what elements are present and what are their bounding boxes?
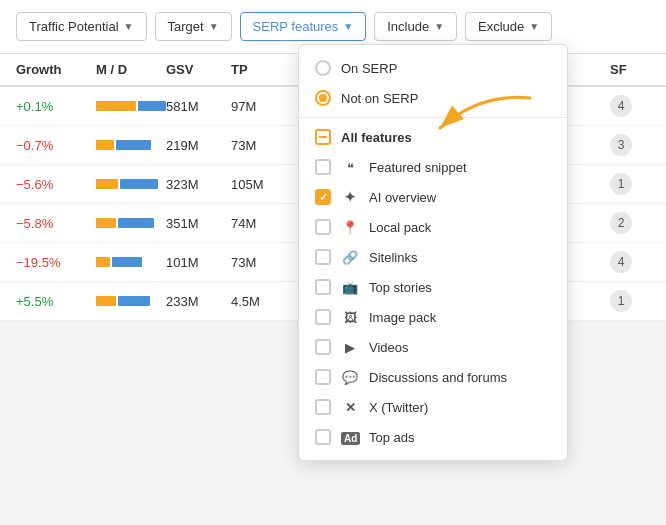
cell-tp: 4.5M (231, 294, 286, 309)
icon-videos: ▶ (341, 340, 359, 355)
on-serp-radio[interactable] (315, 60, 331, 76)
cell-gsv: 233M (166, 294, 231, 309)
checkmark: ✓ (319, 191, 328, 204)
icon-x-twitter: ✕ (341, 400, 359, 415)
not-on-serp-radio[interactable] (315, 90, 331, 106)
label-sitelinks: Sitelinks (369, 250, 417, 265)
col-header-gsv: GSV (166, 62, 231, 77)
feature-top-stories[interactable]: 📺 Top stories (299, 272, 567, 302)
not-on-serp-label: Not on SERP (341, 91, 418, 106)
cell-sf: 1 (610, 290, 650, 312)
icon-sitelinks: 🔗 (341, 250, 359, 265)
cell-tp: 73M (231, 138, 286, 153)
label-featured-snippet: Featured snippet (369, 160, 467, 175)
chevron-down-icon: ▼ (343, 21, 353, 32)
cell-tp: 73M (231, 255, 286, 270)
icon-top-stories: 📺 (341, 280, 359, 295)
exclude-button[interactable]: Exclude ▼ (465, 12, 552, 41)
col-header-md: M / D (96, 62, 166, 77)
cell-md (96, 296, 166, 306)
checkbox-x-twitter[interactable] (315, 399, 331, 415)
sf-badge: 4 (610, 95, 632, 117)
serp-features-label: SERP features (253, 19, 339, 34)
feature-sitelinks[interactable]: 🔗 Sitelinks (299, 242, 567, 272)
label-top-ads: Top ads (369, 430, 415, 445)
cell-growth: −0.7% (16, 138, 96, 153)
sf-badge: 4 (610, 251, 632, 273)
cell-sf: 3 (610, 134, 650, 156)
label-videos: Videos (369, 340, 409, 355)
cell-md (96, 101, 166, 111)
bar-blue (118, 296, 150, 306)
feature-discussions[interactable]: 💬 Discussions and forums (299, 362, 567, 392)
checkbox-ai-overview[interactable]: ✓ (315, 189, 331, 205)
label-local-pack: Local pack (369, 220, 431, 235)
traffic-potential-button[interactable]: Traffic Potential ▼ (16, 12, 147, 41)
feature-top-ads[interactable]: Ad Top ads (299, 422, 567, 452)
sf-badge: 2 (610, 212, 632, 234)
label-discussions: Discussions and forums (369, 370, 507, 385)
col-header-tp: TP (231, 62, 286, 77)
bar-yellow (96, 218, 116, 228)
icon-discussions: 💬 (341, 370, 359, 385)
on-serp-label: On SERP (341, 61, 397, 76)
icon-ai-overview: ✦ (341, 189, 359, 205)
cell-gsv: 101M (166, 255, 231, 270)
target-button[interactable]: Target ▼ (155, 12, 232, 41)
feature-ai-overview[interactable]: ✓ ✦ AI overview (299, 182, 567, 212)
bar-yellow (96, 140, 114, 150)
cell-growth: +5.5% (16, 294, 96, 309)
feature-x-twitter[interactable]: ✕ X (Twitter) (299, 392, 567, 422)
label-image-pack: Image pack (369, 310, 436, 325)
feature-featured-snippet[interactable]: ❝ Featured snippet (299, 152, 567, 182)
cell-md (96, 140, 166, 150)
on-serp-option[interactable]: On SERP (299, 53, 567, 83)
include-button[interactable]: Include ▼ (374, 12, 457, 41)
checkbox-image-pack[interactable] (315, 309, 331, 325)
chevron-down-icon: ▼ (434, 21, 444, 32)
icon-top-ads: Ad (341, 430, 359, 445)
sf-badge: 1 (610, 173, 632, 195)
checkbox-top-stories[interactable] (315, 279, 331, 295)
cell-gsv: 219M (166, 138, 231, 153)
chevron-down-icon: ▼ (209, 21, 219, 32)
checkbox-discussions[interactable] (315, 369, 331, 385)
feature-list: ❝ Featured snippet ✓ ✦ AI overview 📍 Loc… (299, 152, 567, 452)
all-features-label: All features (341, 130, 412, 145)
cell-tp: 74M (231, 216, 286, 231)
cell-md (96, 179, 166, 189)
cell-md (96, 218, 166, 228)
col-header-sf: SF (610, 62, 650, 77)
feature-image-pack[interactable]: 🖼 Image pack (299, 302, 567, 332)
feature-local-pack[interactable]: 📍 Local pack (299, 212, 567, 242)
minus-icon (315, 129, 331, 145)
cell-tp: 105M (231, 177, 286, 192)
cell-gsv: 351M (166, 216, 231, 231)
chevron-down-icon: ▼ (124, 21, 134, 32)
minus-line (319, 136, 327, 138)
feature-videos[interactable]: ▶ Videos (299, 332, 567, 362)
all-features-header: All features (299, 122, 567, 152)
checkbox-featured-snippet[interactable] (315, 159, 331, 175)
cell-growth: +0.1% (16, 99, 96, 114)
traffic-potential-label: Traffic Potential (29, 19, 119, 34)
icon-image-pack: 🖼 (341, 310, 359, 325)
icon-local-pack: 📍 (341, 220, 359, 235)
cell-tp: 97M (231, 99, 286, 114)
bar-yellow (96, 179, 118, 189)
cell-growth: −5.6% (16, 177, 96, 192)
checkbox-top-ads[interactable] (315, 429, 331, 445)
target-label: Target (168, 19, 204, 34)
checkbox-local-pack[interactable] (315, 219, 331, 235)
radio-selected-dot (319, 94, 327, 102)
bar-yellow (96, 257, 110, 267)
sf-badge: 3 (610, 134, 632, 156)
not-on-serp-option[interactable]: Not on SERP (299, 83, 567, 113)
bar-yellow (96, 101, 136, 111)
label-x-twitter: X (Twitter) (369, 400, 428, 415)
checkbox-sitelinks[interactable] (315, 249, 331, 265)
sf-badge: 1 (610, 290, 632, 312)
checkbox-videos[interactable] (315, 339, 331, 355)
cell-sf: 1 (610, 173, 650, 195)
serp-features-button[interactable]: SERP features ▼ (240, 12, 367, 41)
